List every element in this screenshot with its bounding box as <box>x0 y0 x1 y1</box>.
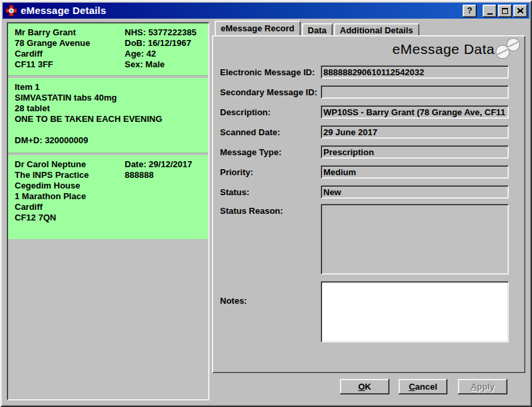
electronic-message-id-label: Electronic Message ID: <box>220 67 315 77</box>
field-row: Scanned Date: <box>212 125 525 139</box>
patient-age: Age: 42 <box>125 49 201 59</box>
patient-sex: Sex: Male <box>125 59 201 70</box>
item-drug: SIMVASTATIN tabs 40mg <box>15 93 201 103</box>
page-heading: eMessage Data <box>392 41 495 57</box>
patient-postcode: CF11 3FF <box>15 59 125 70</box>
notes-label: Notes: <box>220 296 247 306</box>
titlebar-buttons: ? <box>463 5 527 17</box>
field-row: Electronic Message ID: <box>212 65 525 79</box>
field-row: Priority: <box>212 165 525 179</box>
secondary-message-id-input[interactable] <box>321 85 509 99</box>
patient-address2: Cardiff <box>15 49 125 59</box>
pills-icon <box>495 38 522 63</box>
scanned-date-label: Scanned Date: <box>220 127 280 137</box>
patient-details-box: Mr Barry Grant 78 Grange Avenue Cardiff … <box>8 23 208 75</box>
window-title: eMessage Details <box>21 5 463 17</box>
tab-strip: eMessage Record Data Additional Details <box>215 21 421 35</box>
prescriber-practice: The INPS Practice <box>15 170 125 181</box>
priority-label: Priority: <box>220 167 253 177</box>
prescriber-address1: Cegedim House <box>15 181 125 191</box>
message-type-label: Message Type: <box>220 147 281 157</box>
status-input[interactable] <box>321 185 509 199</box>
prescriber-address: Dr Carol Neptune The INPS Practice Ceged… <box>15 159 125 235</box>
status-reason-label: Status Reason: <box>220 206 283 216</box>
item-dmd-code: DM+D: 320000009 <box>15 135 201 146</box>
prescriber-details-box: Dr Carol Neptune The INPS Practice Ceged… <box>8 155 208 239</box>
minimize-button[interactable] <box>483 5 497 17</box>
tab-additional-details[interactable]: Additional Details <box>334 23 419 35</box>
minimize-icon <box>487 13 493 15</box>
emessage-record-page: eMessage Data Electronic Message ID: Sec… <box>212 35 525 373</box>
item-quantity: 28 tablet <box>15 103 201 114</box>
prescriber-date-code: Date: 29/12/2017 888888 <box>125 159 201 235</box>
prescriber-code: 888888 <box>125 170 201 181</box>
help-icon: ? <box>467 6 473 15</box>
prescriber-postcode: CF12 7QN <box>15 212 125 223</box>
description-label: Description: <box>220 107 271 117</box>
notes-textarea[interactable] <box>321 281 509 342</box>
prescription-date: Date: 29/12/2017 <box>125 159 201 170</box>
prescriber-address2: 1 Marathon Place <box>15 191 125 202</box>
cancel-button[interactable]: Cancel <box>399 379 447 394</box>
patient-demographics: NHS: 5377222385 DoB: 16/12/1967 Age: 42 … <box>125 27 201 71</box>
priority-input[interactable] <box>321 165 509 179</box>
close-icon <box>517 8 523 13</box>
prescription-summary-panel: Mr Barry Grant 78 Grange Avenue Cardiff … <box>7 22 209 400</box>
description-input[interactable] <box>321 105 509 119</box>
field-row: Status: <box>212 185 525 199</box>
ok-button[interactable]: OK <box>340 379 389 394</box>
prescriber-city: Cardiff <box>15 202 125 212</box>
secondary-message-id-label: Secondary Message ID: <box>220 87 317 97</box>
status-label: Status: <box>220 187 249 197</box>
patient-address1: 78 Grange Avenue <box>15 38 125 49</box>
field-row: Secondary Message ID: <box>212 85 525 99</box>
prescriber-name: Dr Carol Neptune <box>15 159 125 170</box>
field-row: Description: <box>212 105 525 119</box>
patient-dob: DoB: 16/12/1967 <box>125 38 201 49</box>
scanned-date-input[interactable] <box>321 125 509 139</box>
field-row: Notes: <box>212 281 525 342</box>
item-title: Item 1 <box>15 82 201 93</box>
emessage-details-window: eMessage Details ? Mr Barry Grant 78 Gra… <box>0 0 532 407</box>
medical-cross-icon <box>5 5 17 17</box>
item-dosage: ONE TO BE TAKEN EACH EVENING <box>15 114 201 125</box>
patient-nhs: NHS: 5377222385 <box>125 27 201 38</box>
apply-button[interactable]: Apply <box>458 379 507 394</box>
prescription-item-box: Item 1 SIMVASTATIN tabs 40mg 28 tablet O… <box>8 78 208 153</box>
field-row: Status Reason: <box>212 204 525 274</box>
tab-emessage-record[interactable]: eMessage Record <box>215 21 301 35</box>
help-button[interactable]: ? <box>463 5 477 17</box>
maximize-icon <box>502 8 508 14</box>
field-row: Message Type: <box>212 145 525 159</box>
status-reason-textarea[interactable] <box>321 204 509 274</box>
maximize-button[interactable] <box>498 5 512 17</box>
item-spacer <box>15 125 201 135</box>
electronic-message-id-input[interactable] <box>321 65 509 79</box>
patient-name: Mr Barry Grant <box>15 27 125 38</box>
message-type-input[interactable] <box>321 145 509 159</box>
close-button[interactable] <box>513 5 527 17</box>
tab-data[interactable]: Data <box>302 23 333 35</box>
title-bar: eMessage Details ? <box>3 3 529 19</box>
patient-name-address: Mr Barry Grant 78 Grange Avenue Cardiff … <box>15 27 125 71</box>
